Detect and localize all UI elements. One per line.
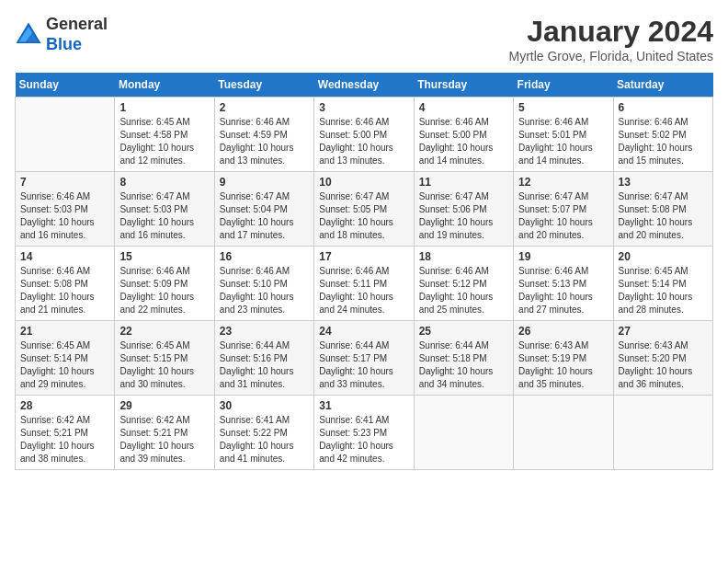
day-number: 22 (119, 325, 209, 338)
calendar-day-25: 25Sunrise: 6:44 AMSunset: 5:18 PMDayligh… (414, 321, 513, 396)
day-number: 27 (619, 325, 708, 338)
title-block: January 2024 Myrtle Grove, Florida, Unit… (508, 15, 713, 63)
day-info: Sunrise: 6:46 AMSunset: 5:02 PMDaylight:… (619, 116, 708, 167)
day-number: 25 (419, 325, 508, 338)
calendar-day-8: 8Sunrise: 6:47 AMSunset: 5:03 PMDaylight… (115, 172, 214, 247)
day-number: 2 (220, 101, 309, 114)
calendar-day-18: 18Sunrise: 6:46 AMSunset: 5:12 PMDayligh… (414, 247, 513, 321)
day-number: 19 (518, 250, 608, 263)
day-number: 3 (319, 101, 408, 114)
calendar-day-14: 14Sunrise: 6:46 AMSunset: 5:08 PMDayligh… (16, 247, 115, 321)
day-info: Sunrise: 6:42 AMSunset: 5:21 PMDaylight:… (20, 414, 109, 465)
logo-general: General (46, 15, 108, 33)
day-number: 8 (119, 176, 209, 189)
calendar-day-5: 5Sunrise: 6:46 AMSunset: 5:01 PMDaylight… (514, 98, 613, 172)
calendar-day-27: 27Sunrise: 6:43 AMSunset: 5:20 PMDayligh… (613, 321, 712, 396)
calendar-week-4: 21Sunrise: 6:45 AMSunset: 5:14 PMDayligh… (16, 321, 713, 396)
calendar-day-28: 28Sunrise: 6:42 AMSunset: 5:21 PMDayligh… (16, 396, 115, 470)
day-info: Sunrise: 6:44 AMSunset: 5:18 PMDaylight:… (419, 339, 508, 391)
day-number: 11 (419, 176, 508, 189)
day-number: 28 (20, 399, 109, 412)
day-info: Sunrise: 6:42 AMSunset: 5:21 PMDaylight:… (119, 414, 209, 465)
logo-blue: Blue (46, 35, 82, 53)
day-number: 12 (518, 176, 608, 189)
day-number: 24 (319, 325, 408, 338)
day-info: Sunrise: 6:43 AMSunset: 5:20 PMDaylight:… (619, 339, 708, 391)
calendar-day-7: 7Sunrise: 6:46 AMSunset: 5:03 PMDaylight… (16, 172, 115, 247)
weekday-header-tuesday: Tuesday (214, 73, 313, 98)
calendar-day-13: 13Sunrise: 6:47 AMSunset: 5:08 PMDayligh… (613, 172, 712, 247)
weekday-header-row: SundayMondayTuesdayWednesdayThursdayFrid… (16, 73, 713, 98)
calendar-day-24: 24Sunrise: 6:44 AMSunset: 5:17 PMDayligh… (314, 321, 414, 396)
calendar-day-15: 15Sunrise: 6:46 AMSunset: 5:09 PMDayligh… (115, 247, 214, 321)
day-number: 26 (518, 325, 608, 338)
day-info: Sunrise: 6:46 AMSunset: 5:09 PMDaylight:… (119, 265, 209, 316)
day-info: Sunrise: 6:43 AMSunset: 5:19 PMDaylight:… (518, 339, 608, 391)
day-number: 14 (20, 250, 109, 263)
calendar-week-3: 14Sunrise: 6:46 AMSunset: 5:08 PMDayligh… (16, 247, 713, 321)
day-number: 7 (20, 176, 109, 189)
day-number: 23 (220, 325, 309, 338)
day-number: 30 (220, 399, 309, 412)
day-info: Sunrise: 6:46 AMSunset: 4:59 PMDaylight:… (220, 116, 309, 167)
calendar-day-12: 12Sunrise: 6:47 AMSunset: 5:07 PMDayligh… (514, 172, 613, 247)
calendar-day-21: 21Sunrise: 6:45 AMSunset: 5:14 PMDayligh… (16, 321, 115, 396)
day-number: 16 (220, 250, 309, 263)
calendar-day-9: 9Sunrise: 6:47 AMSunset: 5:04 PMDaylight… (214, 172, 313, 247)
calendar-week-5: 28Sunrise: 6:42 AMSunset: 5:21 PMDayligh… (16, 396, 713, 470)
day-info: Sunrise: 6:47 AMSunset: 5:04 PMDaylight:… (220, 190, 309, 242)
weekday-header-saturday: Saturday (613, 73, 712, 98)
day-info: Sunrise: 6:47 AMSunset: 5:05 PMDaylight:… (319, 190, 408, 242)
day-info: Sunrise: 6:47 AMSunset: 5:08 PMDaylight:… (619, 190, 708, 242)
day-number: 31 (319, 399, 408, 412)
day-info: Sunrise: 6:47 AMSunset: 5:07 PMDaylight:… (518, 190, 608, 242)
calendar-day-16: 16Sunrise: 6:46 AMSunset: 5:10 PMDayligh… (214, 247, 313, 321)
calendar-week-1: 1Sunrise: 6:45 AMSunset: 4:58 PMDaylight… (16, 98, 713, 172)
weekday-header-monday: Monday (115, 73, 214, 98)
day-info: Sunrise: 6:45 AMSunset: 5:15 PMDaylight:… (119, 339, 209, 391)
day-info: Sunrise: 6:46 AMSunset: 5:11 PMDaylight:… (319, 265, 408, 316)
day-info: Sunrise: 6:41 AMSunset: 5:22 PMDaylight:… (220, 414, 309, 465)
calendar-day-10: 10Sunrise: 6:47 AMSunset: 5:05 PMDayligh… (314, 172, 414, 247)
day-info: Sunrise: 6:47 AMSunset: 5:03 PMDaylight:… (119, 190, 209, 242)
calendar-day-4: 4Sunrise: 6:46 AMSunset: 5:00 PMDaylight… (414, 98, 513, 172)
calendar-day-30: 30Sunrise: 6:41 AMSunset: 5:22 PMDayligh… (214, 396, 313, 470)
weekday-header-wednesday: Wednesday (314, 73, 414, 98)
day-number: 29 (119, 399, 209, 412)
day-info: Sunrise: 6:46 AMSunset: 5:13 PMDaylight:… (518, 265, 608, 316)
day-info: Sunrise: 6:46 AMSunset: 5:08 PMDaylight:… (20, 265, 109, 316)
month-title: January 2024 (508, 15, 713, 49)
day-info: Sunrise: 6:45 AMSunset: 5:14 PMDaylight:… (619, 265, 708, 316)
calendar-day-empty (414, 396, 513, 470)
day-number: 17 (319, 250, 408, 263)
calendar-day-empty (16, 98, 115, 172)
day-number: 5 (518, 101, 608, 114)
calendar-day-11: 11Sunrise: 6:47 AMSunset: 5:06 PMDayligh… (414, 172, 513, 247)
calendar-day-empty (613, 396, 712, 470)
calendar-day-1: 1Sunrise: 6:45 AMSunset: 4:58 PMDaylight… (115, 98, 214, 172)
calendar-week-2: 7Sunrise: 6:46 AMSunset: 5:03 PMDaylight… (16, 172, 713, 247)
day-number: 4 (419, 101, 508, 114)
location: Myrtle Grove, Florida, United States (508, 49, 713, 63)
day-info: Sunrise: 6:41 AMSunset: 5:23 PMDaylight:… (319, 414, 408, 465)
day-info: Sunrise: 6:45 AMSunset: 4:58 PMDaylight:… (119, 116, 209, 167)
page-header: General Blue January 2024 Myrtle Grove, … (15, 15, 713, 63)
day-number: 21 (20, 325, 109, 338)
calendar-day-3: 3Sunrise: 6:46 AMSunset: 5:00 PMDaylight… (314, 98, 414, 172)
calendar-day-22: 22Sunrise: 6:45 AMSunset: 5:15 PMDayligh… (115, 321, 214, 396)
day-number: 10 (319, 176, 408, 189)
weekday-header-friday: Friday (514, 73, 613, 98)
day-info: Sunrise: 6:45 AMSunset: 5:14 PMDaylight:… (20, 339, 109, 391)
weekday-header-sunday: Sunday (16, 73, 115, 98)
day-info: Sunrise: 6:44 AMSunset: 5:16 PMDaylight:… (220, 339, 309, 391)
day-info: Sunrise: 6:46 AMSunset: 5:00 PMDaylight:… (319, 116, 408, 167)
calendar-day-31: 31Sunrise: 6:41 AMSunset: 5:23 PMDayligh… (314, 396, 414, 470)
calendar-day-2: 2Sunrise: 6:46 AMSunset: 4:59 PMDaylight… (214, 98, 313, 172)
calendar-day-6: 6Sunrise: 6:46 AMSunset: 5:02 PMDaylight… (613, 98, 712, 172)
day-number: 18 (419, 250, 508, 263)
day-info: Sunrise: 6:46 AMSunset: 5:01 PMDaylight:… (518, 116, 608, 167)
logo-icon (15, 21, 42, 49)
day-info: Sunrise: 6:46 AMSunset: 5:12 PMDaylight:… (419, 265, 508, 316)
day-info: Sunrise: 6:46 AMSunset: 5:00 PMDaylight:… (419, 116, 508, 167)
calendar-day-empty (514, 396, 613, 470)
